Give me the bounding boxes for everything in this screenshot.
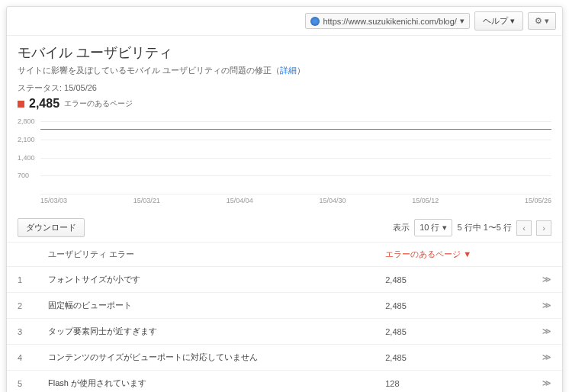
error-name: フォントサイズが小です: [37, 267, 375, 293]
details-link[interactable]: 詳細: [280, 66, 297, 75]
gear-icon: ⚙: [535, 16, 542, 25]
range-text: 5 行中 1〜5 行: [457, 222, 512, 233]
error-count: 2,485 エラーのあるページ: [18, 97, 551, 111]
x-tick: 15/03/03: [40, 197, 133, 204]
errors-table: ユーザビリティ エラー エラーのあるページ ▼ 1 フォントサイズが小です 2,…: [7, 242, 562, 392]
error-name: コンテンツのサイズがビューポートに対応していません: [37, 345, 375, 371]
x-tick: 15/03/21: [133, 197, 227, 204]
error-name: タップ要素同士が近すぎます: [37, 319, 375, 345]
col-pages[interactable]: エラーのあるページ ▼: [375, 243, 532, 267]
error-name: Flash が使用されています: [37, 371, 375, 393]
x-tick: 15/04/30: [319, 197, 412, 204]
help-button[interactable]: ヘルプ ▾: [474, 11, 523, 31]
table-row[interactable]: 2 固定幅のビューポート 2,485 ≫: [7, 293, 562, 319]
next-page-button[interactable]: ›: [536, 220, 551, 236]
chevron-right-icon: ≫: [532, 371, 562, 393]
chevron-right-icon: ≫: [532, 319, 562, 345]
chevron-down-icon: ▾: [510, 16, 515, 25]
y-tick: 2,800: [18, 117, 35, 125]
chart: 2,800 2,100 1,400 700: [18, 121, 551, 194]
table-row[interactable]: 3 タップ要素同士が近すぎます 2,485 ≫: [7, 319, 562, 345]
download-button[interactable]: ダウンロード: [18, 218, 85, 237]
topbar: https://www.suzukikenichi.com/blog/ ▾ ヘル…: [7, 7, 562, 36]
table-row[interactable]: 5 Flash が使用されています 128 ≫: [7, 371, 562, 393]
globe-icon: [310, 17, 320, 26]
table-row[interactable]: 4 コンテンツのサイズがビューポートに対応していません 2,485 ≫: [7, 345, 562, 371]
url-text: https://www.suzukikenichi.com/blog/: [323, 17, 456, 26]
chart-line: [40, 129, 551, 130]
error-value: 2,485: [375, 267, 532, 293]
chevron-right-icon: ≫: [532, 345, 562, 371]
chevron-right-icon: ≫: [532, 267, 562, 293]
row-index: 4: [7, 345, 37, 371]
col-error[interactable]: ユーザビリティ エラー: [37, 243, 375, 267]
row-index: 3: [7, 319, 37, 345]
x-axis: 15/03/03 15/03/21 15/04/04 15/04/30 15/0…: [18, 197, 551, 204]
error-value: 2,485: [375, 319, 532, 345]
x-tick: 15/04/04: [227, 197, 320, 204]
chevron-right-icon: ≫: [532, 293, 562, 319]
chevron-down-icon: ▾: [545, 16, 549, 25]
settings-button[interactable]: ⚙ ▾: [528, 12, 556, 30]
page-title: モバイル ユーザビリティ: [18, 43, 551, 62]
row-index: 5: [7, 371, 37, 393]
rows-select[interactable]: 10 行▾: [414, 219, 452, 236]
error-value: 2,485: [375, 345, 532, 371]
y-tick: 1,400: [18, 154, 35, 162]
table-row[interactable]: 1 フォントサイズが小です 2,485 ≫: [7, 267, 562, 293]
chevron-down-icon: ▾: [460, 16, 465, 26]
error-label: エラーのあるページ: [64, 98, 133, 109]
x-tick: 15/05/12: [412, 197, 505, 204]
page-subtitle: サイトに影響を及ぼしているモバイル ユーザビリティの問題の修正（詳細）: [18, 65, 551, 76]
x-tick: 15/05/26: [505, 197, 551, 204]
error-number: 2,485: [29, 97, 59, 111]
chevron-down-icon: ▾: [442, 223, 447, 233]
prev-page-button[interactable]: ‹: [516, 220, 532, 236]
y-tick: 700: [18, 172, 29, 179]
error-value: 128: [375, 371, 532, 393]
error-color-swatch: [18, 101, 24, 108]
error-value: 2,485: [375, 293, 532, 319]
error-name: 固定幅のビューポート: [37, 293, 375, 319]
row-index: 2: [7, 293, 37, 319]
show-label: 表示: [393, 222, 410, 233]
status-text: ステータス: 15/05/26: [18, 82, 551, 94]
url-selector[interactable]: https://www.suzukikenichi.com/blog/ ▾: [305, 13, 469, 29]
y-tick: 2,100: [18, 136, 35, 143]
row-index: 1: [7, 267, 37, 293]
